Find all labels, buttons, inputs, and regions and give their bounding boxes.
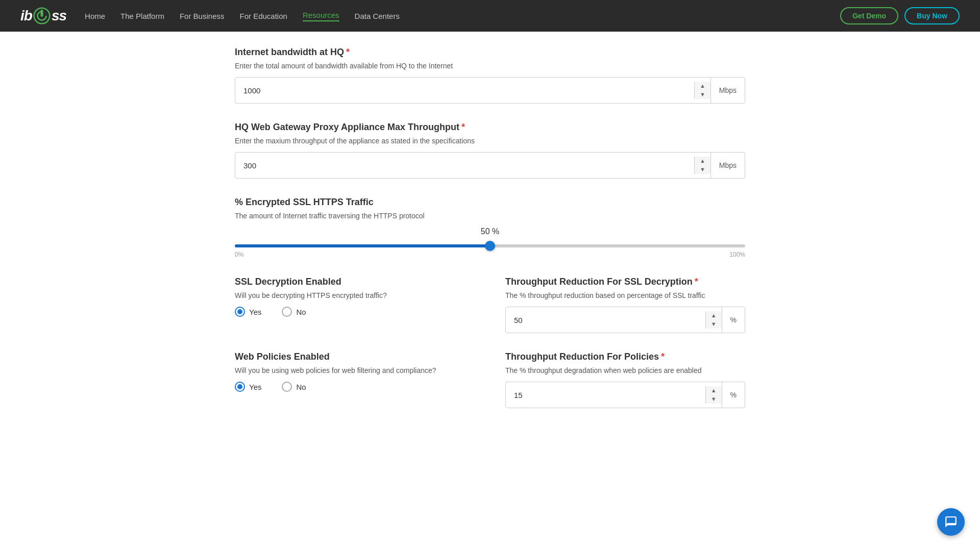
bandwidth-down[interactable]: ▼ bbox=[695, 90, 710, 99]
ssl-traffic-desc: The amount of Internet traffic traversin… bbox=[235, 212, 745, 220]
ssl-throughput-up[interactable]: ▲ bbox=[706, 311, 722, 320]
policies-throughput-input-row: ▲ ▼ % bbox=[505, 382, 745, 408]
ssl-throughput-down[interactable]: ▼ bbox=[706, 320, 722, 329]
get-demo-button[interactable]: Get Demo bbox=[840, 7, 898, 24]
ssl-throughput-input-row: ▲ ▼ % bbox=[505, 307, 745, 333]
throughput-up[interactable]: ▲ bbox=[695, 157, 710, 165]
bandwidth-input-row: ▲ ▼ Mbps bbox=[235, 77, 745, 104]
navbar: ib ss Home The Platform For Business For… bbox=[0, 0, 980, 32]
bandwidth-spinner: ▲ ▼ bbox=[694, 82, 710, 99]
web-policies-title: Web Policies Enabled bbox=[235, 352, 475, 362]
nav-platform[interactable]: The Platform bbox=[120, 12, 164, 20]
bandwidth-up[interactable]: ▲ bbox=[695, 82, 710, 90]
web-policies-radio-group: Yes No bbox=[235, 382, 475, 392]
logo[interactable]: ib ss bbox=[20, 7, 66, 24]
policies-throughput-input[interactable] bbox=[506, 384, 705, 407]
policies-throughput-down[interactable]: ▼ bbox=[706, 395, 722, 404]
web-policies-yes[interactable]: Yes bbox=[235, 382, 261, 392]
policies-throughput-unit: % bbox=[722, 382, 745, 408]
ssl-throughput-unit: % bbox=[722, 307, 745, 333]
nav-datacenters[interactable]: Data Centers bbox=[355, 12, 400, 20]
ssl-throughput-title: Throughput Reduction For SSL Decryption* bbox=[505, 277, 745, 287]
ssl-decryption-no-radio[interactable] bbox=[282, 307, 292, 317]
throughput-title: HQ Web Gateway Proxy Appliance Max Throu… bbox=[235, 122, 745, 133]
policies-throughput-desc: The % throughput degradation when web po… bbox=[505, 366, 745, 374]
policies-throughput-title: Throughput Reduction For Policies* bbox=[505, 352, 745, 362]
ssl-traffic-title: % Encrypted SSL HTTPS Traffic bbox=[235, 197, 745, 208]
bandwidth-section: Internet bandwidth at HQ* Enter the tota… bbox=[235, 47, 745, 104]
ssl-decryption-title: SSL Decryption Enabled bbox=[235, 277, 475, 287]
ssl-decryption-yes-radio[interactable] bbox=[235, 307, 245, 317]
bandwidth-input[interactable] bbox=[235, 79, 694, 102]
logo-power-icon bbox=[33, 7, 51, 24]
throughput-input-row: ▲ ▼ Mbps bbox=[235, 152, 745, 179]
buy-now-button[interactable]: Buy Now bbox=[904, 7, 960, 24]
ssl-decryption-yes-label: Yes bbox=[249, 308, 261, 316]
nav-business[interactable]: For Business bbox=[180, 12, 225, 20]
bandwidth-desc: Enter the total amount of bandwidth avai… bbox=[235, 62, 745, 70]
ssl-throughput-desc: The % throughput reduction based on perc… bbox=[505, 291, 745, 299]
web-policies-yes-label: Yes bbox=[249, 383, 261, 391]
ssl-decryption-col: SSL Decryption Enabled Will you be decry… bbox=[235, 277, 475, 333]
nav-home[interactable]: Home bbox=[85, 12, 105, 20]
throughput-required: * bbox=[461, 122, 465, 132]
nav-resources[interactable]: Resources bbox=[303, 11, 339, 21]
policies-throughput-required: * bbox=[661, 352, 665, 362]
ssl-decryption-no[interactable]: No bbox=[282, 307, 306, 317]
ssl-slider-value-label: 50 % bbox=[235, 227, 745, 236]
nav-education[interactable]: For Education bbox=[239, 12, 287, 20]
throughput-down[interactable]: ▼ bbox=[695, 165, 710, 174]
ssl-decryption-radio-group: Yes No bbox=[235, 307, 475, 317]
ssl-decryption-yes[interactable]: Yes bbox=[235, 307, 261, 317]
svg-rect-1 bbox=[40, 10, 43, 17]
slider-min-label: 0% bbox=[235, 251, 243, 258]
ssl-throughput-required: * bbox=[695, 277, 698, 287]
main-content: Internet bandwidth at HQ* Enter the tota… bbox=[214, 32, 766, 457]
web-policies-no-radio[interactable] bbox=[282, 382, 292, 392]
slider-max-label: 100% bbox=[729, 251, 745, 258]
policies-throughput-spinner: ▲ ▼ bbox=[705, 386, 722, 404]
web-policies-no[interactable]: No bbox=[282, 382, 306, 392]
ssl-traffic-section: % Encrypted SSL HTTPS Traffic The amount… bbox=[235, 197, 745, 258]
throughput-unit: Mbps bbox=[710, 153, 745, 178]
web-policies-row: Web Policies Enabled Will you be using w… bbox=[235, 352, 745, 408]
bandwidth-required: * bbox=[346, 47, 350, 57]
nav-buttons: Get Demo Buy Now bbox=[840, 7, 960, 24]
throughput-section: HQ Web Gateway Proxy Appliance Max Throu… bbox=[235, 122, 745, 179]
policies-throughput-up[interactable]: ▲ bbox=[706, 386, 722, 395]
web-policies-no-label: No bbox=[296, 383, 306, 391]
bandwidth-title: Internet bandwidth at HQ* bbox=[235, 47, 745, 58]
policies-throughput-reduction-col: Throughput Reduction For Policies* The %… bbox=[505, 352, 745, 408]
web-policies-yes-radio[interactable] bbox=[235, 382, 245, 392]
web-policies-desc: Will you be using web policies for web f… bbox=[235, 366, 475, 374]
ssl-decryption-desc: Will you be decrypting HTTPS encrypted t… bbox=[235, 291, 475, 299]
ssl-decryption-row: SSL Decryption Enabled Will you be decry… bbox=[235, 277, 745, 333]
bandwidth-unit: Mbps bbox=[710, 78, 745, 103]
ssl-slider[interactable] bbox=[235, 244, 745, 247]
throughput-desc: Enter the maxium throughput of the appli… bbox=[235, 137, 745, 145]
nav-links: Home The Platform For Business For Educa… bbox=[85, 11, 822, 21]
throughput-input[interactable] bbox=[235, 154, 694, 177]
ssl-slider-labels: 0% 100% bbox=[235, 251, 745, 258]
ssl-slider-wrapper bbox=[235, 240, 745, 249]
ssl-throughput-input[interactable] bbox=[506, 309, 705, 332]
throughput-spinner: ▲ ▼ bbox=[694, 157, 710, 174]
ssl-decryption-no-label: No bbox=[296, 308, 306, 316]
ssl-throughput-spinner: ▲ ▼ bbox=[705, 311, 722, 329]
ssl-throughput-reduction-col: Throughput Reduction For SSL Decryption*… bbox=[505, 277, 745, 333]
web-policies-col: Web Policies Enabled Will you be using w… bbox=[235, 352, 475, 408]
